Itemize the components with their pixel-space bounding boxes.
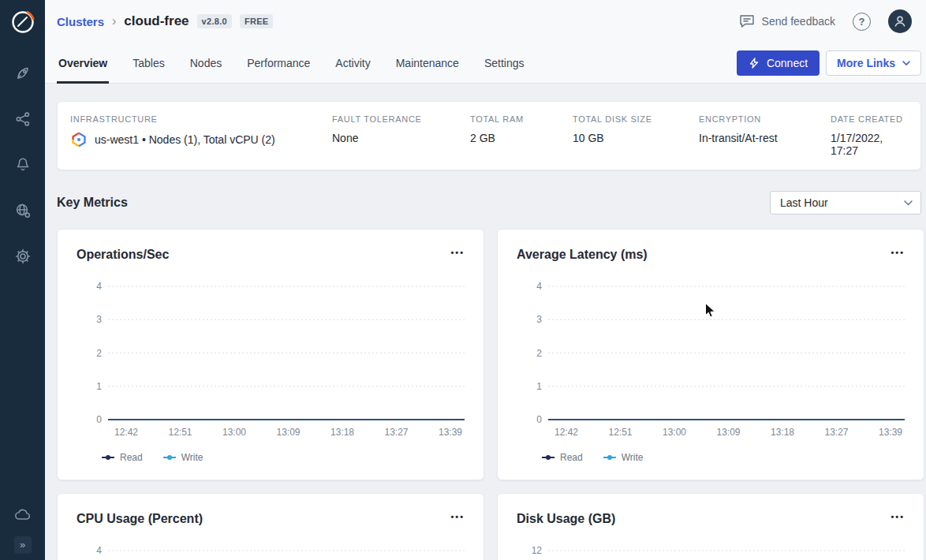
info-col-total-ram: TOTAL RAM 2 GB: [470, 114, 573, 157]
svg-text:13:39: 13:39: [879, 427, 902, 438]
feedback-bubble-icon: [739, 14, 755, 28]
svg-text:13:39: 13:39: [439, 427, 462, 438]
chart-plot: 4321012:4212:5113:0013:0913:1813:2713:39: [77, 536, 465, 560]
main-area: Clusters › cloud-free v2.8.0 FREE Send f…: [45, 0, 926, 560]
content: INFRASTRUCTURE us-west1 • Nodes (1), Tot…: [45, 84, 926, 560]
tab-nodes[interactable]: Nodes: [189, 43, 223, 83]
info-value: 10 GB: [573, 132, 699, 144]
header: Clusters › cloud-free v2.8.0 FREE Send f…: [45, 0, 926, 43]
svg-text:0: 0: [536, 414, 542, 425]
svg-text:13:18: 13:18: [330, 427, 354, 438]
cloud-icon[interactable]: [13, 505, 32, 524]
info-value: None: [332, 132, 470, 144]
chart-legend: ReadWrite: [102, 452, 465, 463]
connect-bolt-icon: [749, 58, 760, 69]
alerts-bell-icon[interactable]: [13, 155, 32, 174]
send-feedback-button[interactable]: Send feedback: [739, 14, 835, 28]
chart-menu-ellipsis-icon[interactable]: •••: [891, 511, 905, 522]
expand-chevrons-icon: »: [20, 539, 25, 551]
info-value: In-transit/At-rest: [699, 132, 831, 144]
app-root: » Clusters › cloud-free v2.8.0 FREE Send…: [0, 0, 926, 560]
chevron-down-icon: [904, 200, 913, 206]
chart-menu-ellipsis-icon[interactable]: •••: [450, 511, 465, 522]
chart-menu-ellipsis-icon[interactable]: •••: [891, 247, 905, 258]
svg-text:12:51: 12:51: [168, 427, 192, 438]
info-label: TOTAL DISK SIZE: [573, 114, 699, 124]
svg-text:13:00: 13:00: [222, 427, 246, 438]
tab-overview[interactable]: Overview: [57, 43, 109, 83]
legend-marker-icon: [102, 454, 114, 461]
legend-item[interactable]: Read: [542, 452, 583, 463]
info-value: 2 GB: [470, 132, 573, 144]
tab-maintenance[interactable]: Maintenance: [394, 43, 461, 83]
legend-item[interactable]: Read: [102, 452, 143, 463]
svg-text:3: 3: [96, 314, 102, 325]
legend-label: Read: [120, 452, 143, 463]
info-col-encryption: ENCRYPTION In-transit/At-rest: [699, 114, 831, 157]
tab-settings[interactable]: Settings: [483, 43, 526, 83]
clusters-network-icon[interactable]: [13, 110, 32, 129]
chart-legend: ReadWrite: [542, 452, 905, 463]
chart-plot: 4321012:4212:5113:0013:0913:1813:2713:39: [517, 272, 905, 442]
tab-performance[interactable]: Performance: [245, 43, 312, 83]
svg-text:13:18: 13:18: [771, 427, 794, 438]
legend-label: Write: [622, 452, 644, 463]
chart-title: CPU Usage (Percent): [77, 511, 203, 527]
charts-grid: Operations/Sec ••• 4321012:4212:5113:001…: [57, 229, 921, 560]
tabs: Overview Tables Nodes Performance Activi…: [57, 43, 525, 83]
time-range-value: Last Hour: [780, 196, 828, 209]
avatar[interactable]: [888, 9, 912, 33]
cluster-info-card: INFRASTRUCTURE us-west1 • Nodes (1), Tot…: [57, 101, 921, 170]
svg-text:2: 2: [96, 348, 102, 359]
tab-tables[interactable]: Tables: [131, 43, 166, 83]
legend-marker-icon: [603, 454, 616, 461]
svg-text:13:09: 13:09: [716, 427, 740, 438]
cockroachdb-logo-icon[interactable]: [9, 8, 37, 39]
more-links-button[interactable]: More Links: [826, 50, 921, 76]
breadcrumb: Clusters › cloud-free v2.8.0 FREE: [57, 13, 273, 29]
sidebar-expand-button[interactable]: »: [14, 536, 32, 554]
tab-activity[interactable]: Activity: [334, 43, 372, 83]
legend-marker-icon: [163, 454, 176, 461]
settings-gear-icon[interactable]: [13, 247, 32, 266]
more-links-label: More Links: [837, 57, 895, 69]
header-actions: Send feedback ?: [739, 9, 912, 33]
svg-text:13:27: 13:27: [384, 427, 408, 438]
send-feedback-label: Send feedback: [762, 15, 835, 28]
chevron-down-icon: [902, 61, 910, 65]
question-mark-icon: ?: [859, 16, 865, 28]
key-metrics-header: Key Metrics Last Hour: [57, 191, 921, 215]
svg-text:12:51: 12:51: [608, 427, 632, 438]
svg-text:4: 4: [536, 281, 542, 292]
legend-item[interactable]: Write: [163, 452, 203, 463]
svg-text:13:27: 13:27: [824, 427, 848, 438]
info-col-total-disk: TOTAL DISK SIZE 10 GB: [573, 114, 699, 157]
svg-text:12:42: 12:42: [554, 427, 578, 438]
user-icon: [893, 14, 907, 28]
legend-marker-icon: [542, 454, 554, 461]
chart-title: Operations/Sec: [77, 247, 169, 263]
chart-menu-ellipsis-icon[interactable]: •••: [450, 247, 465, 258]
time-range-select[interactable]: Last Hour: [770, 191, 921, 215]
info-label: INFRASTRUCTURE: [70, 114, 332, 124]
connect-label: Connect: [767, 57, 808, 69]
legend-label: Write: [181, 452, 203, 463]
page-title-cluster-name: cloud-free: [124, 13, 189, 29]
svg-text:12:42: 12:42: [114, 427, 138, 438]
sidebar: »: [0, 0, 45, 560]
svg-text:13:00: 13:00: [663, 427, 686, 438]
connect-button[interactable]: Connect: [737, 50, 820, 76]
help-button[interactable]: ?: [853, 13, 871, 31]
get-started-rocket-icon[interactable]: [13, 64, 32, 83]
legend-item[interactable]: Write: [603, 452, 644, 463]
info-label: ENCRYPTION: [699, 114, 831, 124]
breadcrumb-clusters-link[interactable]: Clusters: [57, 15, 104, 28]
svg-text:1: 1: [96, 381, 102, 392]
info-label: DATE CREATED: [831, 114, 908, 124]
svg-text:0: 0: [96, 414, 102, 425]
chart-card-cpu: CPU Usage (Percent) ••• 4321012:4212:511…: [57, 493, 484, 560]
info-col-fault-tolerance: FAULT TOLERANCE None: [332, 114, 470, 157]
key-metrics-title: Key Metrics: [57, 196, 128, 210]
tab-actions: Connect More Links: [737, 43, 921, 83]
regions-globe-icon[interactable]: [13, 201, 32, 220]
